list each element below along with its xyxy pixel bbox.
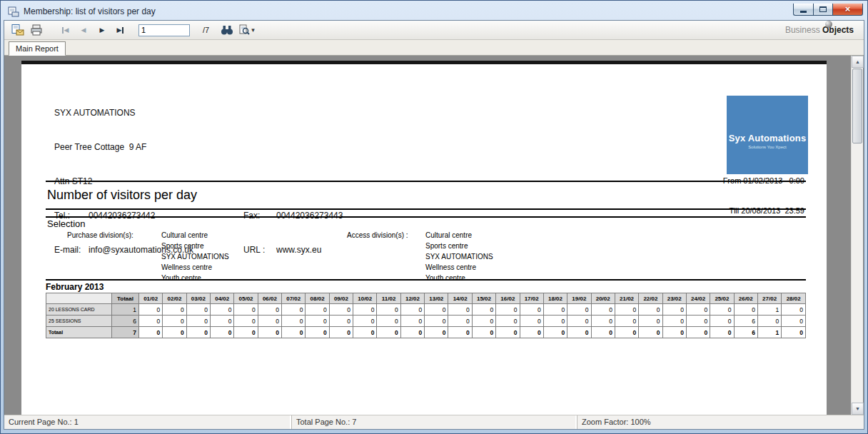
access-divisions-label: Access division(s) : [347, 230, 425, 281]
table-header-cell: 08/02 [306, 293, 329, 304]
dropdown-arrow-icon: ▾ [251, 26, 255, 34]
day-cell: 0 [615, 304, 638, 316]
day-cell: 0 [639, 304, 662, 316]
table-header-cell: 07/02 [282, 293, 306, 304]
day-cell: 0 [234, 327, 258, 338]
row-label-cell: 20 LESSONS CARD [46, 304, 112, 316]
day-cell: 0 [139, 327, 163, 338]
purchase-division-item: Youth centre [161, 273, 347, 281]
day-cell: 0 [377, 316, 400, 327]
day-cell: 0 [734, 304, 757, 316]
scroll-up-button[interactable]: ▲ [852, 56, 864, 68]
day-cell: 0 [258, 327, 281, 338]
selection-heading: Selection [47, 218, 806, 229]
report-viewer: SYX AUTOMATIONS Peer Tree Cottage 9 AF A… [4, 56, 864, 415]
next-page-button[interactable]: ▶ [94, 22, 110, 38]
day-cell: 0 [211, 304, 234, 316]
date-range-till: Till 20/08/2013 23:59 [723, 206, 804, 216]
maximize-icon [819, 6, 827, 12]
first-page-bar [62, 27, 64, 34]
export-button[interactable] [10, 22, 26, 38]
window-title: Membership: list of visitors per day [24, 6, 156, 16]
day-cell: 0 [662, 327, 686, 338]
day-cell: 0 [163, 327, 186, 338]
vertical-scrollbar[interactable]: ▲ ▼ [851, 56, 863, 415]
day-cell: 0 [543, 316, 567, 327]
first-page-button[interactable]: ◀ [57, 22, 73, 38]
last-page-button[interactable]: ▶ [113, 22, 128, 38]
table-header-cell: 02/02 [163, 293, 186, 304]
day-cell: 0 [591, 327, 615, 338]
day-cell: 0 [662, 316, 686, 327]
toolbar: ◀ ◀ ▶ ▶ /7 [4, 21, 864, 40]
table-header-cell: 15/02 [472, 293, 495, 304]
day-cell: 0 [258, 316, 281, 327]
table-header-cell: 28/02 [782, 293, 806, 304]
table-header-cell: 22/02 [639, 293, 662, 304]
export-icon [11, 24, 24, 36]
day-cell: 0 [306, 316, 329, 327]
day-cell: 0 [520, 327, 543, 338]
prev-page-icon: ◀ [81, 27, 86, 34]
total-cell: 7 [112, 327, 139, 338]
table-header-cell: 23/02 [662, 293, 686, 304]
minimize-icon [800, 11, 807, 13]
minimize-button[interactable] [793, 4, 813, 16]
report-title: Number of visitors per day [46, 188, 197, 203]
table-header-cell [46, 293, 112, 304]
logo-tagline: Solutions You Xpect [727, 145, 808, 149]
day-cell: 0 [567, 316, 591, 327]
day-cell: 0 [258, 304, 281, 316]
day-cell: 0 [567, 327, 591, 338]
day-cell: 0 [472, 327, 495, 338]
day-cell: 0 [400, 316, 424, 327]
purchase-division-item: Sports centre [161, 241, 347, 251]
scroll-thumb[interactable] [852, 69, 862, 143]
day-cell: 0 [211, 316, 234, 327]
day-cell: 0 [448, 327, 472, 338]
day-cell: 0 [186, 327, 210, 338]
table-header-cell: 16/02 [496, 293, 520, 304]
day-cell: 0 [282, 327, 306, 338]
day-cell: 0 [662, 304, 686, 316]
purchase-division-item: SYX AUTOMATIONS [161, 251, 347, 262]
maximize-button[interactable] [813, 4, 833, 16]
find-button[interactable] [219, 22, 235, 38]
next-page-icon: ▶ [100, 27, 105, 34]
print-button[interactable] [29, 22, 44, 38]
prev-page-button[interactable]: ◀ [76, 22, 91, 38]
table-header-cell: 19/02 [567, 293, 591, 304]
table-row: 25 SESSIONS60000000000000000000000000600 [46, 316, 806, 327]
statusbar: Current Page No.: 1 Total Page No.: 7 Zo… [4, 415, 864, 429]
table-header-cell: 26/02 [734, 293, 757, 304]
table-header-cell: 17/02 [520, 293, 543, 304]
table-header-cell: 21/02 [615, 293, 638, 304]
day-cell: 0 [782, 304, 806, 316]
day-cell: 0 [472, 316, 495, 327]
brand-business: Business [785, 25, 820, 35]
table-header-cell: 18/02 [543, 293, 567, 304]
table-header-cell: 20/02 [591, 293, 615, 304]
day-cell: 0 [639, 316, 662, 327]
page-number-input[interactable] [138, 24, 190, 36]
tab-main-report[interactable]: Main Report [9, 41, 66, 56]
table-header-cell: 01/02 [139, 293, 163, 304]
month-heading: February 2013 [46, 282, 104, 292]
window-controls: × [793, 4, 863, 16]
row-label-cell: 25 SESSIONS [46, 316, 112, 327]
day-cell: 0 [400, 304, 424, 316]
scroll-down-button[interactable]: ▼ [852, 403, 864, 415]
day-cell: 0 [615, 316, 638, 327]
company-name: SYX AUTOMATIONS [54, 107, 343, 118]
close-button[interactable]: × [833, 4, 863, 16]
purchase-divisions-label: Purchase division(s): [67, 230, 161, 281]
access-division-item: SYX AUTOMATIONS [425, 251, 493, 262]
day-cell: 0 [520, 316, 543, 327]
day-cell: 0 [377, 327, 400, 338]
search-expert-button[interactable]: ▾ [238, 22, 256, 38]
table-header-cell: 11/02 [377, 293, 400, 304]
day-cell: 0 [615, 327, 638, 338]
first-page-icon: ◀ [64, 27, 69, 34]
day-cell: 1 [757, 327, 781, 338]
day-cell: 0 [353, 327, 377, 338]
